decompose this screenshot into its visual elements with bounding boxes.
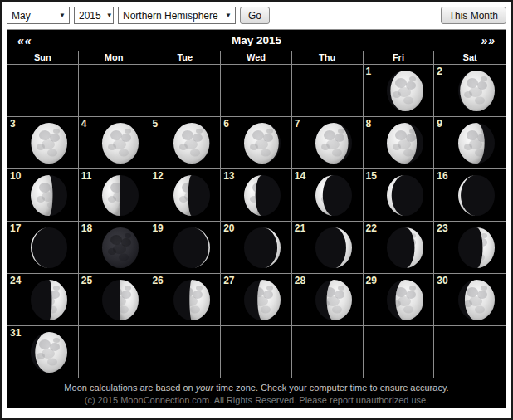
toolbar: May ▼ 2015 ▼ Northern Hemisphere ▼ Go Th… bbox=[7, 7, 506, 24]
moon-image bbox=[457, 226, 496, 270]
moon-image bbox=[29, 330, 69, 374]
day-header-mon: Mon bbox=[79, 51, 150, 64]
calendar-cell-day-13: 13 bbox=[221, 169, 292, 221]
date-number: 18 bbox=[81, 222, 92, 234]
date-number: 16 bbox=[437, 170, 447, 182]
moon-image bbox=[385, 278, 425, 322]
calendar: «« May 2015 »» Sun Mon Tue Wed Thu Fri S… bbox=[7, 29, 506, 408]
moon-image bbox=[242, 121, 282, 165]
moon-image bbox=[314, 226, 354, 270]
week-row: 12 bbox=[7, 64, 506, 116]
calendar-cell-day-2: 2 bbox=[434, 65, 506, 116]
year-select[interactable]: 2015 ▼ bbox=[74, 7, 114, 24]
calendar-cell-empty bbox=[292, 326, 364, 378]
calendar-cell-day-9: 9 bbox=[434, 117, 506, 168]
next-month-link[interactable]: »» bbox=[481, 34, 496, 47]
calendar-cell-day-19: 19 bbox=[149, 222, 221, 273]
date-number: 15 bbox=[366, 170, 377, 182]
calendar-title: May 2015 bbox=[32, 34, 481, 46]
calendar-cell-empty bbox=[149, 65, 221, 116]
moon-image bbox=[457, 278, 496, 322]
dropdown-arrow-icon: ▼ bbox=[106, 12, 113, 19]
calendar-cell-day-24: 24 bbox=[7, 274, 79, 325]
calendar-cell-day-3: 3 bbox=[7, 117, 79, 168]
week-row: 10111213141516 bbox=[7, 168, 506, 221]
dropdown-arrow-icon: ▼ bbox=[59, 12, 66, 19]
calendar-cell-day-20: 20 bbox=[221, 222, 292, 273]
date-number: 26 bbox=[152, 275, 163, 286]
calendar-cell-empty bbox=[434, 326, 506, 378]
week-row: 24252627282930 bbox=[7, 273, 506, 325]
calendar-cell-day-5: 5 bbox=[149, 117, 221, 168]
go-button[interactable]: Go bbox=[240, 7, 270, 24]
week-row: 31 bbox=[7, 325, 506, 378]
date-number: 27 bbox=[223, 275, 234, 286]
day-header-tue: Tue bbox=[149, 51, 221, 64]
moon-calendar-page: May ▼ 2015 ▼ Northern Hemisphere ▼ Go Th… bbox=[0, 0, 513, 420]
date-number: 13 bbox=[223, 170, 234, 182]
date-number: 23 bbox=[437, 222, 447, 234]
date-number: 3 bbox=[10, 118, 16, 129]
year-select-value: 2015 bbox=[79, 10, 101, 22]
hemisphere-select[interactable]: Northern Hemisphere ▼ bbox=[118, 7, 236, 24]
moon-image bbox=[385, 173, 425, 217]
moon-image bbox=[385, 121, 425, 165]
calendar-grid: 1234567891011121314151617181920212223242… bbox=[7, 64, 506, 378]
calendar-cell-day-15: 15 bbox=[364, 169, 435, 221]
moon-image bbox=[172, 278, 212, 322]
moon-image bbox=[314, 173, 354, 217]
date-number: 21 bbox=[295, 222, 305, 234]
moon-image bbox=[457, 173, 496, 217]
calendar-cell-day-7: 7 bbox=[292, 117, 364, 168]
moon-image bbox=[385, 69, 425, 113]
date-number: 5 bbox=[152, 118, 158, 129]
moon-image bbox=[242, 226, 282, 270]
calendar-cell-empty bbox=[292, 65, 364, 116]
moon-image bbox=[100, 278, 140, 322]
calendar-cell-empty bbox=[364, 326, 435, 378]
date-number: 12 bbox=[152, 170, 163, 182]
footer-copyright: (c) 2015 MoonConnection.com. All Rights … bbox=[7, 394, 506, 407]
calendar-cell-day-29: 29 bbox=[364, 274, 435, 325]
day-header-wed: Wed bbox=[221, 51, 292, 64]
calendar-cell-day-28: 28 bbox=[292, 274, 364, 325]
calendar-cell-day-6: 6 bbox=[221, 117, 292, 168]
moon-image bbox=[314, 121, 354, 165]
date-number: 14 bbox=[295, 170, 305, 182]
prev-month-link[interactable]: «« bbox=[17, 34, 32, 47]
date-number: 29 bbox=[366, 275, 377, 286]
calendar-cell-empty bbox=[149, 326, 221, 378]
date-number: 1 bbox=[366, 66, 372, 77]
calendar-cell-day-14: 14 bbox=[292, 169, 364, 221]
calendar-cell-day-18: 18 bbox=[79, 222, 150, 273]
date-number: 6 bbox=[223, 118, 229, 129]
day-header-row: Sun Mon Tue Wed Thu Fri Sat bbox=[7, 51, 506, 64]
week-row: 17181920212223 bbox=[7, 221, 506, 273]
moon-image bbox=[457, 69, 496, 113]
calendar-cell-day-12: 12 bbox=[149, 169, 221, 221]
date-number: 10 bbox=[10, 170, 21, 182]
moon-image bbox=[172, 226, 212, 270]
month-select[interactable]: May ▼ bbox=[7, 7, 70, 24]
moon-image bbox=[29, 121, 69, 165]
this-month-button[interactable]: This Month bbox=[441, 7, 506, 24]
calendar-cell-day-31: 31 bbox=[7, 326, 79, 378]
moon-image bbox=[172, 173, 212, 217]
day-header-thu: Thu bbox=[292, 51, 364, 64]
date-number: 8 bbox=[366, 118, 372, 129]
calendar-cell-day-23: 23 bbox=[434, 222, 506, 273]
date-number: 28 bbox=[295, 275, 305, 286]
calendar-cell-day-27: 27 bbox=[221, 274, 292, 325]
calendar-cell-day-10: 10 bbox=[7, 169, 79, 221]
date-number: 20 bbox=[223, 222, 234, 234]
date-number: 11 bbox=[81, 170, 92, 182]
week-row: 3456789 bbox=[7, 116, 506, 168]
moon-image bbox=[172, 121, 212, 165]
day-header-sun: Sun bbox=[7, 51, 79, 64]
calendar-cell-empty bbox=[221, 326, 292, 378]
moon-image bbox=[385, 226, 425, 270]
calendar-cell-day-17: 17 bbox=[7, 222, 79, 273]
day-header-fri: Fri bbox=[364, 51, 435, 64]
footer-note: Moon calculations are based on your time… bbox=[7, 382, 506, 394]
date-number: 24 bbox=[10, 275, 21, 286]
